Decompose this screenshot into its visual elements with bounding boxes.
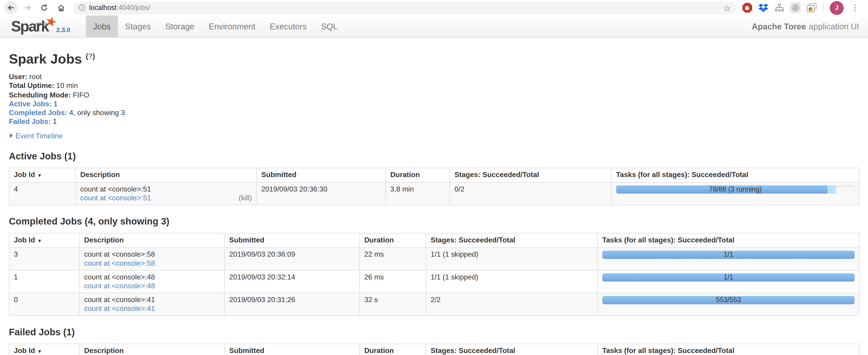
summary-item: Completed Jobs: 4, only showing 3	[9, 108, 859, 118]
job-description-cell: count at <console>:51count at <console>:…	[75, 182, 256, 205]
event-timeline-toggle[interactable]: Event Timeline	[10, 132, 859, 140]
column-header-duration[interactable]: Duration	[385, 168, 450, 182]
summary-link-label[interactable]: Active Jobs:	[9, 99, 52, 108]
column-header-job-id[interactable]: Job Id▾	[9, 168, 75, 182]
browser-home-button[interactable]	[54, 1, 68, 14]
tab-executors[interactable]: Executors	[262, 15, 314, 37]
column-header-description[interactable]: Description	[80, 344, 224, 355]
tab-environment[interactable]: Environment	[202, 15, 262, 37]
progress-label: 1/1	[602, 273, 855, 282]
description-link[interactable]: count at <console>:58	[84, 259, 155, 268]
sort-desc-icon: ▾	[38, 172, 41, 178]
tasks-cell: 1/1	[598, 247, 859, 270]
progress-label: 78/88 (3 running)	[616, 185, 855, 194]
summary-value: 4, only showing 3	[67, 108, 125, 117]
toolbar-separator	[823, 3, 824, 13]
submitted-cell: 2019/09/03 20:32:14	[224, 270, 360, 293]
submitted-cell: 2019/09/03 20:36:09	[224, 247, 360, 270]
column-header-tasks-for-all-stages-succeeded-total[interactable]: Tasks (for all stages): Succeeded/Total	[612, 168, 859, 182]
app-title-suffix: application UI	[809, 22, 859, 31]
spark-logo-text: SparkAPACHE★	[11, 20, 49, 34]
sitemap-extension-icon[interactable]	[774, 2, 785, 13]
column-header-tasks-for-all-stages-succeeded-total[interactable]: Tasks (for all stages): Succeeded/Total	[598, 233, 859, 248]
duration-cell: 26 ms	[360, 270, 426, 293]
spark-navbar: SparkAPACHE★ 2.3.0 JobsStagesStorageEnvi…	[0, 15, 868, 38]
tab-stages[interactable]: Stages	[118, 15, 158, 37]
react-devtools-extension-icon[interactable]	[790, 2, 801, 13]
description-link[interactable]: count at <console>:41	[84, 304, 155, 313]
description-text: count at <console>:51	[80, 185, 252, 194]
job-description-cell: count at <console>:58count at <console>:…	[80, 247, 224, 270]
description-link[interactable]: count at <console>:48	[84, 282, 155, 290]
job-row: 0count at <console>:41count at <console>…	[9, 293, 859, 316]
column-header-tasks-for-all-stages-succeeded-total[interactable]: Tasks (for all stages): Succeeded/Total	[598, 344, 859, 355]
summary-item: Failed Jobs: 1	[9, 118, 859, 127]
dropbox-extension-icon[interactable]	[758, 2, 769, 13]
description-link[interactable]: count at <console>:51	[80, 194, 151, 202]
column-header-submitted[interactable]: Submitted	[256, 168, 385, 182]
tab-jobs[interactable]: Jobs	[86, 15, 118, 37]
stages-cell: 2/2	[426, 293, 598, 316]
summary-value: 10 min	[54, 82, 78, 90]
stages-cell: 1/1 (1 skipped)	[426, 270, 598, 293]
kill-link[interactable]: (kill)	[239, 194, 252, 202]
spark-star-icon: ★	[44, 14, 57, 28]
column-header-description[interactable]: Description	[75, 168, 256, 182]
browser-reload-button[interactable]	[37, 1, 51, 14]
adblock-extension-icon[interactable]	[742, 2, 753, 13]
navbar-tabs: JobsStagesStorageEnvironmentExecutorsSQL	[86, 15, 345, 37]
column-header-stages-succeeded-total[interactable]: Stages: Succeeded/Total	[450, 168, 612, 182]
url-text: localhost:4040/jobs/	[89, 4, 150, 11]
browser-back-button[interactable]	[4, 1, 18, 14]
tab-storage[interactable]: Storage	[158, 15, 202, 37]
column-header-job-id[interactable]: Job Id▾	[9, 233, 80, 248]
description-text: count at <console>:48	[84, 273, 220, 282]
job-description-cell: count at <console>:41count at <console>:…	[80, 293, 224, 316]
column-header-description[interactable]: Description	[80, 233, 224, 248]
profile-avatar[interactable]: J	[830, 1, 843, 15]
column-header-duration[interactable]: Duration	[360, 344, 426, 355]
tab-sql[interactable]: SQL	[314, 15, 345, 37]
tasks-cell: 1/1	[598, 270, 859, 293]
home-icon	[57, 4, 65, 12]
column-header-submitted[interactable]: Submitted	[224, 233, 360, 248]
stages-cell: 1/1 (1 skipped)	[426, 247, 598, 270]
column-header-stages-succeeded-total[interactable]: Stages: Succeeded/Total	[426, 233, 598, 248]
spark-logo[interactable]: SparkAPACHE★ 2.3.0	[0, 15, 78, 37]
progress-label: 553/553	[602, 296, 855, 304]
summary-value: 1	[51, 118, 57, 126]
summary-item: Active Jobs: 1	[9, 99, 859, 108]
tasks-progress-bar: 553/553	[602, 296, 855, 304]
bookmark-star-icon[interactable]: ☆	[723, 4, 731, 12]
summary-item: User: root	[9, 72, 859, 82]
chrome-windows-extension-icon[interactable]	[806, 2, 817, 13]
event-timeline-label: Event Timeline	[16, 132, 63, 140]
summary-value: 1	[52, 99, 58, 108]
column-header-submitted[interactable]: Submitted	[224, 344, 360, 355]
active-jobs-heading: Active Jobs (1)	[9, 151, 859, 162]
browser-menu-icon[interactable]: ⋮	[848, 3, 861, 13]
forward-arrow-icon	[24, 4, 31, 11]
summary-link-label[interactable]: Completed Jobs:	[9, 108, 67, 117]
address-bar[interactable]: ⓘ localhost:4040/jobs/ ☆	[73, 1, 736, 14]
job-row: 4count at <console>:51count at <console>…	[9, 182, 859, 205]
column-header-stages-succeeded-total[interactable]: Stages: Succeeded/Total	[426, 344, 598, 355]
description-text: count at <console>:41	[84, 295, 220, 304]
site-info-icon[interactable]: ⓘ	[79, 3, 85, 12]
hand-icon	[744, 5, 750, 10]
column-header-job-id[interactable]: Job Id▾	[9, 344, 80, 355]
column-header-duration[interactable]: Duration	[360, 233, 426, 248]
help-link[interactable]: ?	[88, 52, 93, 60]
duration-cell: 3.8 min	[385, 182, 450, 205]
summary-item: Scheduling Mode: FIFO	[9, 91, 859, 99]
job-id-cell: 3	[9, 247, 80, 270]
tasks-progress-bar: 78/88 (3 running)	[616, 185, 855, 194]
stages-cell: 0/2	[450, 182, 612, 205]
summary-link-label[interactable]: Failed Jobs:	[9, 118, 51, 126]
summary-label: Scheduling Mode:	[9, 91, 71, 99]
browser-forward-button[interactable]	[21, 1, 34, 14]
job-id-cell: 1	[9, 270, 80, 293]
submitted-cell: 2019/09/03 20:36:30	[256, 182, 385, 205]
duration-cell: 22 ms	[360, 247, 426, 270]
tasks-progress-bar: 1/1	[602, 273, 855, 282]
